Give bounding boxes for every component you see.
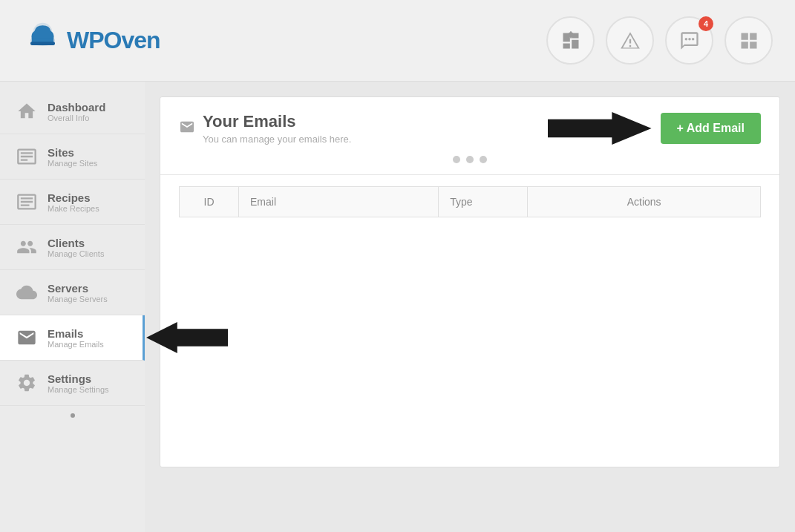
svg-point-8: [688, 37, 691, 40]
sites-sidebar-icon: [15, 145, 39, 168]
sites-sidebar-title: Sites: [48, 146, 97, 159]
servers-sidebar-icon: [15, 280, 39, 304]
header-chat-btn[interactable]: 4: [665, 16, 713, 65]
email-table: ID Email Type Actions: [179, 186, 761, 217]
header-grid-btn[interactable]: [724, 16, 773, 65]
emails-sidebar-title: Emails: [48, 327, 104, 340]
dashboard-sidebar-subtitle: Overall Info: [48, 114, 105, 122]
dashboard-header-icon: [560, 30, 581, 51]
bottom-dot: [71, 413, 75, 418]
content-title-icon: [179, 120, 195, 137]
table-header-row: ID Email Type Actions: [180, 187, 761, 217]
dashboard-sidebar-icon: [15, 99, 39, 123]
clients-sidebar-subtitle: Manage Clients: [48, 249, 104, 258]
settings-sidebar-title: Settings: [48, 372, 109, 385]
settings-sidebar-subtitle: Manage Settings: [48, 385, 109, 394]
logo-icon: [22, 20, 63, 61]
table-col-id: ID: [180, 187, 239, 217]
chat-header-icon: [679, 30, 700, 51]
sidebar-item-emails[interactable]: Emails Manage Emails: [0, 315, 145, 361]
loading-dot-3: [480, 156, 487, 163]
sidebar-item-sites[interactable]: Sites Manage Sites: [0, 134, 145, 180]
content-subtitle: You can manage your emails here.: [203, 134, 351, 145]
sidebar-item-clients[interactable]: Clients Manage Clients: [0, 225, 145, 270]
main-layout: Dashboard Overall Info Sites Manage Site…: [0, 82, 795, 532]
table-col-type: Type: [439, 187, 528, 217]
alert-header-icon: [620, 30, 641, 51]
recipes-sidebar-icon: [15, 190, 39, 214]
servers-sidebar-title: Servers: [48, 282, 108, 295]
logo: WPOven: [22, 20, 160, 61]
recipes-sidebar-subtitle: Make Recipes: [48, 204, 99, 213]
clients-sidebar-title: Clients: [48, 237, 104, 249]
svg-rect-3: [30, 42, 55, 45]
header-icons: 4: [546, 16, 773, 65]
loading-dots: [179, 156, 761, 163]
table-col-actions: Actions: [528, 187, 761, 217]
grid-header-icon: [739, 30, 759, 51]
table-col-email: Email: [239, 187, 439, 217]
content-area: Your Emails You can manage your emails h…: [145, 82, 795, 532]
sites-sidebar-subtitle: Manage Sites: [48, 159, 97, 168]
loading-dot-2: [466, 156, 474, 163]
right-arrow-annotation: [548, 112, 652, 145]
servers-sidebar-subtitle: Manage Servers: [48, 295, 108, 303]
add-email-button[interactable]: + Add Email: [661, 113, 761, 144]
emails-sidebar-icon: [15, 326, 39, 349]
settings-sidebar-icon: [15, 371, 39, 395]
content-title: Your Emails: [203, 112, 351, 131]
header-alert-btn[interactable]: [606, 16, 654, 65]
recipes-sidebar-title: Recipes: [48, 191, 99, 204]
content-divider: [160, 174, 779, 175]
sidebar: Dashboard Overall Info Sites Manage Site…: [0, 82, 145, 532]
sidebar-item-settings[interactable]: Settings Manage Settings: [0, 361, 145, 406]
sidebar-item-dashboard[interactable]: Dashboard Overall Info: [0, 89, 145, 134]
header: WPOven 4: [0, 0, 795, 82]
sidebar-item-servers[interactable]: Servers Manage Servers: [0, 270, 145, 315]
sidebar-item-recipes[interactable]: Recipes Make Recipes: [0, 180, 145, 225]
dashboard-sidebar-title: Dashboard: [48, 101, 105, 114]
svg-point-7: [684, 37, 687, 40]
clients-sidebar-icon: [15, 235, 39, 259]
header-dashboard-btn[interactable]: [546, 16, 595, 65]
svg-point-9: [691, 37, 694, 40]
chat-notification-badge: 4: [699, 16, 713, 31]
logo-text: WPOven: [67, 27, 160, 54]
emails-sidebar-subtitle: Manage Emails: [48, 340, 104, 349]
content-card: Your Emails You can manage your emails h…: [160, 96, 780, 467]
loading-dot-1: [453, 156, 460, 163]
